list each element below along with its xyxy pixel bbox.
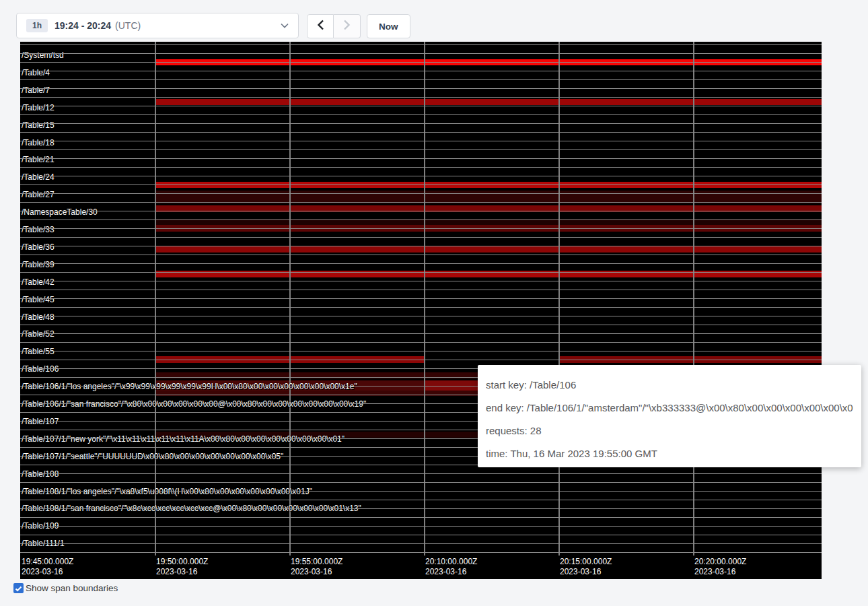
x-axis-tick: 20:10:00.000Z2023-03-16 bbox=[425, 557, 477, 577]
show-span-boundaries-checkbox[interactable] bbox=[13, 583, 24, 593]
span-boundary-line bbox=[20, 44, 822, 45]
row-label: /Table/15 bbox=[22, 121, 55, 130]
row-label: /Table/106 bbox=[22, 365, 59, 374]
x-axis-tick: 20:20:00.000Z2023-03-16 bbox=[694, 557, 746, 577]
now-button[interactable]: Now bbox=[367, 14, 410, 38]
span-boundary-line bbox=[20, 202, 822, 203]
span-boundary-line bbox=[20, 526, 822, 527]
tick-time: 19:50:00.000Z bbox=[156, 557, 208, 567]
tooltip-requests: requests: 28 bbox=[486, 419, 853, 442]
span-boundary-line bbox=[20, 316, 822, 316]
span-boundary-line bbox=[20, 211, 822, 211]
x-axis-tick: 20:15:00.000Z2023-03-16 bbox=[560, 557, 612, 577]
span-boundary-line bbox=[20, 508, 822, 509]
row-label: /Table/39 bbox=[22, 261, 55, 269]
row-label: /Table/107 bbox=[22, 417, 59, 426]
row-label: /Table/108/1/"los angeles"/"\xa8\xf5\u00… bbox=[22, 487, 312, 496]
tick-date: 2023-03-16 bbox=[425, 567, 477, 577]
span-boundary-line bbox=[20, 97, 822, 98]
heatmap-band[interactable] bbox=[156, 246, 822, 252]
tick-time: 20:10:00.000Z bbox=[425, 557, 477, 567]
key-visualizer-canvas[interactable]: /System/tsd/Table/4/Table/7/Table/12/Tab… bbox=[20, 42, 822, 579]
span-boundary-line bbox=[20, 281, 822, 281]
span-boundary-line bbox=[20, 342, 822, 343]
tick-date: 2023-03-16 bbox=[560, 567, 612, 577]
check-icon bbox=[15, 582, 22, 595]
row-label: /Table/42 bbox=[22, 278, 55, 287]
row-label: /Table/52 bbox=[22, 330, 55, 339]
tick-date: 2023-03-16 bbox=[22, 567, 73, 577]
span-boundary-line bbox=[20, 106, 822, 106]
span-boundary-line bbox=[20, 141, 822, 141]
span-boundary-line bbox=[20, 307, 822, 308]
span-boundary-line bbox=[20, 360, 822, 360]
span-boundary-line bbox=[20, 491, 822, 492]
span-boundary-line bbox=[20, 333, 822, 334]
x-axis-tick: 19:45:00.000Z2023-03-16 bbox=[22, 557, 73, 577]
row-label: /Table/7 bbox=[22, 86, 50, 95]
span-boundary-line bbox=[20, 351, 822, 351]
row-label: /Table/4 bbox=[22, 69, 50, 77]
tooltip-end-key: end key: /Table/106/1/"amsterdam"/"\xb33… bbox=[486, 397, 853, 419]
span-boundary-line bbox=[20, 290, 822, 290]
span-boundary-line bbox=[20, 184, 822, 185]
span-boundary-line bbox=[20, 543, 822, 544]
chevron-left-icon bbox=[317, 20, 324, 33]
span-boundary-line bbox=[20, 62, 822, 63]
row-label: /Table/106/1/"los angeles"/"\x99\x99\x99… bbox=[22, 382, 357, 391]
span-boundary-line bbox=[20, 228, 822, 229]
row-label: /Table/12 bbox=[22, 104, 55, 112]
tick-time: 20:20:00.000Z bbox=[694, 557, 746, 567]
chevron-down-icon bbox=[281, 23, 289, 28]
row-label: /Table/18 bbox=[22, 139, 55, 147]
span-boundary-line bbox=[20, 132, 822, 133]
span-boundary-line bbox=[20, 263, 822, 264]
range-timezone: (UTC) bbox=[115, 20, 141, 31]
span-boundary-line bbox=[20, 79, 822, 80]
range-label: 19:24 - 20:24 bbox=[55, 20, 111, 31]
span-boundary-line bbox=[20, 176, 822, 176]
tick-time: 20:15:00.000Z bbox=[560, 557, 612, 567]
row-label: /Table/108 bbox=[22, 470, 59, 479]
span-boundary-line bbox=[20, 193, 822, 194]
tick-date: 2023-03-16 bbox=[291, 567, 342, 577]
span-boundary-line bbox=[20, 535, 822, 535]
tooltip-start-key: start key: /Table/106 bbox=[486, 374, 853, 397]
span-boundary-line bbox=[20, 149, 822, 150]
show-span-boundaries-label: Show span boundaries bbox=[26, 583, 118, 593]
row-label: /Table/36 bbox=[22, 243, 55, 252]
tick-time: 19:55:00.000Z bbox=[291, 557, 342, 567]
row-label: /System/tsd bbox=[22, 51, 64, 60]
span-boundary-line bbox=[20, 473, 822, 474]
span-boundary-line bbox=[20, 53, 822, 54]
span-boundary-line bbox=[20, 220, 822, 220]
row-label: /Table/27 bbox=[22, 191, 55, 199]
span-boundary-line bbox=[20, 88, 822, 89]
span-boundary-line bbox=[20, 517, 822, 518]
plot-area[interactable]: /System/tsd/Table/4/Table/7/Table/12/Tab… bbox=[20, 42, 822, 556]
next-range-button[interactable] bbox=[334, 14, 361, 38]
span-boundary-line bbox=[20, 482, 822, 483]
row-label: /NamespaceTable/30 bbox=[22, 208, 98, 217]
tooltip-time: time: Thu, 16 Mar 2023 19:55:00 GMT bbox=[486, 442, 853, 465]
x-axis-tick: 19:55:00.000Z2023-03-16 bbox=[291, 557, 342, 577]
time-range-select[interactable]: 1h 19:24 - 20:24 (UTC) bbox=[16, 13, 299, 38]
x-axis-tick: 19:50:00.000Z2023-03-16 bbox=[156, 557, 208, 577]
row-label: /Table/45 bbox=[22, 296, 55, 304]
span-boundary-line bbox=[20, 500, 822, 500]
span-boundary-line bbox=[20, 325, 822, 325]
previous-range-button[interactable] bbox=[307, 14, 334, 38]
span-boundary-line bbox=[20, 246, 822, 246]
row-label: /Table/107/1/"new york"/"\x11\x11\x11\x1… bbox=[22, 435, 345, 444]
span-boundary-line bbox=[20, 272, 822, 273]
footer: Show span boundaries bbox=[13, 583, 118, 593]
row-label: /Table/106/1/"san francisco"/"\x80\x00\x… bbox=[22, 400, 366, 409]
key-visualizer-page: 1h 19:24 - 20:24 (UTC) Now /System/tsd/T… bbox=[0, 0, 868, 606]
heatmap-band[interactable] bbox=[156, 99, 822, 105]
span-boundary-line bbox=[20, 158, 822, 159]
row-label: /Table/107/1/"seattle"/"UUUUUUD\x00\x80\… bbox=[22, 452, 283, 461]
row-label: /Table/48 bbox=[22, 313, 55, 322]
span-boundary-line bbox=[20, 167, 822, 168]
span-boundary-line bbox=[20, 255, 822, 255]
row-label: /Table/21 bbox=[22, 156, 55, 164]
